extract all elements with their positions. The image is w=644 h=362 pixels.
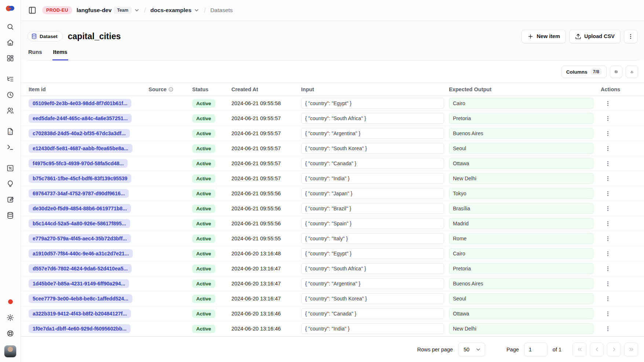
search-icon[interactable] bbox=[4, 21, 17, 33]
row-actions-button[interactable] bbox=[602, 203, 613, 214]
item-id-link[interactable]: e779a270-579a-4f45-aec4-35b72d3bff... bbox=[29, 234, 131, 243]
input-cell[interactable]: { "country": "Canada" } bbox=[301, 308, 444, 319]
input-cell[interactable]: { "country": "Japan" } bbox=[301, 188, 444, 199]
input-cell[interactable]: { "country": "India" } bbox=[301, 173, 444, 184]
row-height-icon[interactable] bbox=[610, 66, 622, 78]
item-id-link[interactable]: b75c7861-1fbe-45cf-bdf6-83f139c95539 bbox=[29, 174, 131, 183]
row-actions-button[interactable] bbox=[602, 128, 613, 139]
input-cell[interactable]: { "country": "Argentina" } bbox=[301, 128, 444, 139]
download-icon[interactable] bbox=[626, 66, 638, 78]
life-buoy-icon[interactable] bbox=[4, 327, 17, 340]
item-id-link[interactable]: d557e7d6-7802-4624-9da6-52d410ea5... bbox=[29, 264, 132, 273]
last-page-button[interactable] bbox=[624, 343, 638, 357]
item-id-link[interactable]: 5cee7779-3e00-4eb8-be8c-1affedd524... bbox=[29, 294, 132, 303]
input-cell[interactable]: { "country": "Egypt" } bbox=[301, 98, 444, 109]
input-cell[interactable]: { "country": "South Korea" } bbox=[301, 293, 444, 304]
expected-output-cell[interactable]: Cairo bbox=[449, 98, 593, 109]
expected-output-cell[interactable]: Seoul bbox=[449, 293, 593, 304]
input-cell[interactable]: { "country": "South Africa" } bbox=[301, 113, 444, 124]
item-id-link[interactable]: 1d45b0e7-b85a-4231-9149-6ff90a294... bbox=[29, 279, 129, 288]
expected-output-cell[interactable]: Brasília bbox=[449, 203, 593, 214]
project-switcher[interactable]: docs-examples bbox=[150, 7, 200, 14]
input-cell[interactable]: { "country": "Canada" } bbox=[301, 158, 444, 169]
avatar[interactable] bbox=[4, 345, 17, 358]
expected-output-cell[interactable]: Cairo bbox=[449, 248, 593, 259]
expected-output-cell[interactable]: Tokyo bbox=[449, 188, 593, 199]
panel-left-toggle-icon[interactable] bbox=[27, 5, 38, 16]
item-id-link[interactable]: 1f0e7da1-dbff-4e60-929d-f6095602bb... bbox=[29, 324, 131, 333]
upload-csv-button[interactable]: Upload CSV bbox=[569, 30, 621, 43]
expected-output-cell[interactable]: Buenos Aires bbox=[449, 278, 593, 289]
expected-output-cell[interactable]: Buenos Aires bbox=[449, 128, 593, 139]
columns-button[interactable]: Columns 7/8 bbox=[561, 66, 607, 78]
tab-items[interactable]: Items bbox=[52, 49, 68, 60]
row-actions-button[interactable] bbox=[602, 143, 613, 154]
expected-output-cell[interactable]: Pretoria bbox=[449, 263, 593, 274]
input-cell[interactable]: { "country": "Egypt" } bbox=[301, 248, 444, 259]
header-more-actions-button[interactable] bbox=[624, 30, 637, 43]
gear-icon[interactable] bbox=[4, 311, 17, 324]
row-actions-button[interactable] bbox=[602, 113, 613, 124]
row-actions-button[interactable] bbox=[602, 293, 613, 304]
row-actions-button[interactable] bbox=[602, 278, 613, 289]
input-cell[interactable]: { "country": "India" } bbox=[301, 323, 444, 334]
item-id-link[interactable]: e12430df-5e81-4687-aabb-f0ea65be8a... bbox=[29, 144, 132, 153]
input-cell[interactable]: { "country": "South Africa" } bbox=[301, 263, 444, 274]
item-id-link[interactable]: 05109ef0-2e3b-4e03-98dd-8f7d01b61f... bbox=[29, 99, 131, 108]
row-actions-button[interactable] bbox=[602, 308, 613, 319]
item-id-link[interactable]: a322b319-9412-4f43-b8f2-b20484127f... bbox=[29, 309, 131, 318]
input-cell[interactable]: { "country": "Brazil" } bbox=[301, 203, 444, 214]
expected-output-cell[interactable]: Ottawa bbox=[449, 308, 593, 319]
input-cell[interactable]: { "country": "Argentina" } bbox=[301, 278, 444, 289]
expected-output-cell[interactable]: Seoul bbox=[449, 143, 593, 154]
org-switcher[interactable]: langfuse-dev Team bbox=[77, 7, 140, 14]
row-actions-button[interactable] bbox=[602, 218, 613, 229]
row-actions-button[interactable] bbox=[602, 158, 613, 169]
previous-page-button[interactable] bbox=[590, 343, 604, 357]
expected-output-cell[interactable]: Pretoria bbox=[449, 113, 593, 124]
item-id-link[interactable]: de30d2e0-f5d9-4854-88b6-0619771b8... bbox=[29, 204, 131, 213]
expected-output-cell[interactable]: Ottawa bbox=[449, 158, 593, 169]
row-actions-button[interactable] bbox=[602, 233, 613, 244]
list-tree-icon[interactable] bbox=[4, 73, 17, 85]
row-actions-button[interactable] bbox=[602, 323, 613, 334]
item-id-link[interactable]: c702838d-24d5-40a2-bf35-67dc3a3df... bbox=[29, 129, 130, 138]
terminal-icon[interactable] bbox=[4, 141, 17, 154]
next-page-button[interactable] bbox=[607, 343, 621, 357]
page-input[interactable] bbox=[524, 343, 548, 357]
users-icon[interactable] bbox=[4, 104, 17, 117]
row-actions-button[interactable] bbox=[602, 248, 613, 259]
clock-icon[interactable] bbox=[4, 89, 17, 101]
expected-output-cell[interactable]: New Delhi bbox=[449, 323, 593, 334]
item-id-link[interactable]: eed5dafe-244f-465c-a84c-4a6e357251... bbox=[29, 114, 132, 123]
info-icon[interactable] bbox=[168, 87, 173, 92]
dashboard-grid-icon[interactable] bbox=[4, 52, 17, 64]
expected-output-cell[interactable]: New Delhi bbox=[449, 173, 593, 184]
file-braces-icon[interactable]: { } bbox=[4, 125, 17, 138]
item-id-link[interactable]: 69764737-34af-4752-9787-d90df9616... bbox=[29, 189, 129, 198]
breadcrumb-current[interactable]: Datasets bbox=[210, 7, 233, 14]
lightbulb-icon[interactable] bbox=[4, 178, 17, 190]
input-cell[interactable]: { "country": "Spain" } bbox=[301, 218, 444, 229]
item-id-link[interactable]: f4975c95-5fc3-4939-970d-58fa5cd48... bbox=[29, 159, 128, 168]
item-id-link[interactable]: b5c144cd-52a5-4a80-926e-58617f895... bbox=[29, 219, 130, 228]
row-actions-button[interactable] bbox=[602, 173, 613, 184]
input-cell[interactable]: { "country": "South Korea" } bbox=[301, 143, 444, 154]
first-page-button[interactable] bbox=[572, 343, 586, 357]
database-icon[interactable] bbox=[4, 209, 17, 222]
col-input: Input bbox=[298, 86, 446, 92]
clipboard-pen-icon[interactable] bbox=[4, 193, 17, 206]
database-icon bbox=[31, 33, 37, 39]
item-id-link[interactable]: a1910d57-7f84-440c-9e46-a31c2d7e21... bbox=[29, 249, 133, 258]
expected-output-cell[interactable]: Rome bbox=[449, 233, 593, 244]
new-item-button[interactable]: New item bbox=[522, 30, 566, 43]
row-actions-button[interactable] bbox=[602, 188, 613, 199]
row-actions-button[interactable] bbox=[602, 98, 613, 109]
home-icon[interactable] bbox=[4, 36, 17, 49]
tab-runs[interactable]: Runs bbox=[28, 49, 43, 60]
input-cell[interactable]: { "country": "Italy" } bbox=[301, 233, 444, 244]
square-percent-icon[interactable] bbox=[4, 162, 17, 174]
rows-per-page-select[interactable]: 50 bbox=[458, 343, 485, 357]
row-actions-button[interactable] bbox=[602, 263, 613, 274]
expected-output-cell[interactable]: Madrid bbox=[449, 218, 593, 229]
